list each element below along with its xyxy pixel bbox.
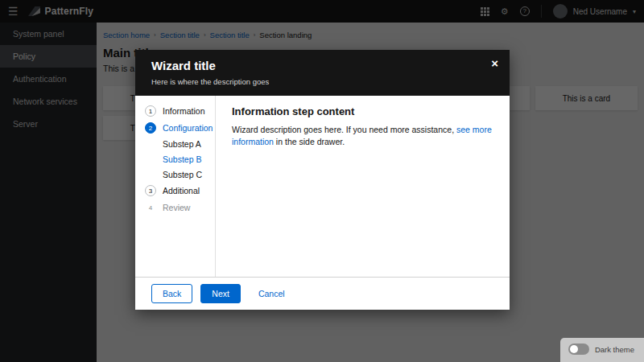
wizard-footer: Back Next Cancel [135, 277, 510, 310]
step-label: Additional [163, 186, 200, 195]
wizard-header: Wizard title Here is where the descripti… [135, 50, 510, 96]
wizard-step-information[interactable]: 1 Information [145, 105, 215, 117]
step-number-badge: 2 [145, 122, 156, 134]
dark-theme-label: Dark theme [595, 345, 634, 354]
wizard-substep-a[interactable]: Substep A [145, 139, 215, 149]
wizard-step-content: Information step content Wizard descript… [216, 96, 510, 277]
wizard-substep-b[interactable]: Substep B [145, 154, 215, 164]
step-content-heading: Information step content [232, 105, 493, 117]
step-number-badge: 3 [145, 185, 156, 196]
cancel-button[interactable]: Cancel [254, 285, 290, 302]
back-button[interactable]: Back [151, 284, 192, 303]
wizard-steps-nav: 1 Information 2 Configuration Substep A … [135, 96, 216, 277]
paragraph-text: in the side drawer. [274, 137, 345, 146]
step-number-badge: 4 [145, 202, 156, 213]
wizard-step-configuration[interactable]: 2 Configuration [145, 122, 215, 134]
wizard-substep-c[interactable]: Substep C [145, 170, 215, 179]
wizard-title: Wizard title [151, 59, 493, 72]
toggle-knob [570, 345, 578, 353]
dark-theme-toggle[interactable] [568, 343, 589, 355]
wizard-description: Here is where the description goes [151, 77, 493, 86]
step-content-paragraph: Wizard description goes here. If you nee… [232, 124, 493, 147]
step-number-badge: 1 [145, 105, 156, 117]
paragraph-text: Wizard description goes here. If you nee… [232, 125, 456, 134]
wizard-step-additional[interactable]: 3 Additional [145, 185, 215, 196]
close-icon[interactable]: × [491, 57, 498, 69]
wizard-step-review: 4 Review [145, 202, 215, 213]
app-screen: ☰ PatternFly ⚙ ? [0, 0, 644, 362]
step-label: Configuration [163, 123, 213, 133]
theme-switcher-card: Dark theme [560, 338, 644, 362]
next-button[interactable]: Next [200, 284, 241, 303]
step-label: Information [163, 106, 205, 116]
step-label: Review [163, 203, 190, 212]
wizard-body: 1 Information 2 Configuration Substep A … [135, 96, 510, 277]
wizard-modal: Wizard title Here is where the descripti… [135, 50, 510, 310]
